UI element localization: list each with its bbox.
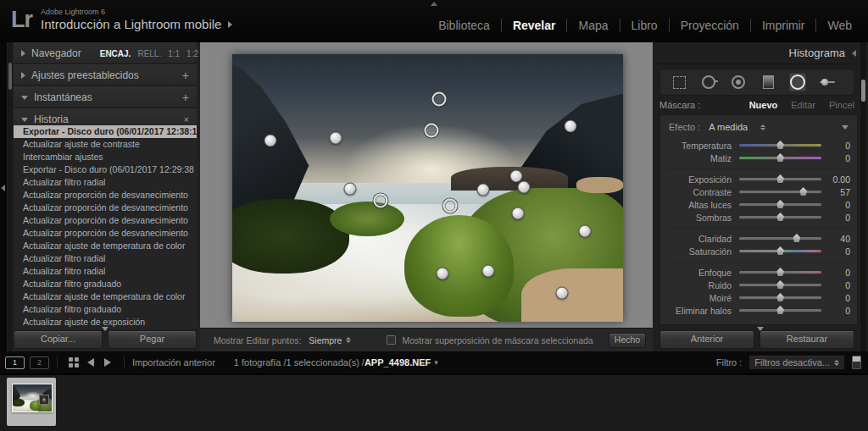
slider-track[interactable]	[739, 309, 821, 312]
slider-knob[interactable]	[776, 293, 784, 301]
adjustment-pin[interactable]	[556, 286, 569, 299]
scrollbar-thumb[interactable]	[8, 63, 12, 90]
history-item[interactable]: Actualizar proporción de desvanecimiento	[14, 214, 197, 227]
histogram-collapse-icon[interactable]	[852, 50, 856, 57]
grid-view-icon[interactable]	[69, 357, 79, 367]
zoom-option-12[interactable]: 1:2	[186, 49, 198, 58]
edit-points-updown-icon[interactable]	[346, 337, 351, 343]
presets-header[interactable]: Ajustes preestablecidos +	[14, 64, 197, 86]
mask-option-pincel[interactable]: Pincel	[829, 100, 854, 110]
add-preset-icon[interactable]: +	[182, 70, 189, 80]
adjustment-pin[interactable]	[264, 135, 277, 147]
adjustment-pin[interactable]	[344, 182, 357, 195]
next-photo-icon[interactable]	[104, 358, 111, 367]
adjustment-pin-active[interactable]	[374, 193, 388, 207]
adjustment-pin[interactable]	[330, 131, 342, 144]
slider-track[interactable]	[739, 157, 821, 159]
monitor-1-button[interactable]: 1	[5, 356, 25, 369]
filename[interactable]: APP_4498.NEF	[364, 357, 431, 367]
slider-track[interactable]	[739, 191, 821, 193]
module-biblioteca[interactable]: Biblioteca	[427, 19, 501, 32]
history-item[interactable]: Exportar - Disco duro (06/01/2017 12:38:…	[14, 125, 197, 138]
show-edit-points-value[interactable]: Siempre	[309, 335, 342, 345]
history-item[interactable]: Actualizar proporción de desvanecimiento	[14, 189, 197, 202]
spot-removal-tool[interactable]	[700, 73, 717, 91]
history-item[interactable]: Actualizar proporción de desvanecimiento	[14, 227, 197, 240]
slider-track[interactable]	[739, 250, 821, 252]
copy-button[interactable]: Copiar...	[14, 330, 103, 349]
slider-knob[interactable]	[776, 213, 784, 221]
filter-toggle-icon[interactable]	[852, 356, 861, 369]
slider-track[interactable]	[739, 178, 821, 180]
adjustment-pin[interactable]	[437, 268, 449, 280]
slider-knob[interactable]	[776, 306, 784, 314]
slider-track[interactable]	[739, 144, 821, 146]
slider-knob[interactable]	[776, 153, 784, 162]
history-item[interactable]: Actualizar filtro radial	[14, 176, 197, 189]
slider-track[interactable]	[739, 216, 821, 218]
right-panel-scrollbar[interactable]	[860, 42, 866, 351]
slider-knob[interactable]	[776, 246, 784, 255]
slider-knob[interactable]	[776, 174, 784, 183]
history-item[interactable]: Actualizar ajuste de temperatura de colo…	[14, 240, 197, 252]
filmstrip-thumbnail[interactable]: ±	[12, 384, 53, 412]
module-libro[interactable]: Libro	[620, 19, 669, 32]
add-snapshot-icon[interactable]: +	[182, 92, 189, 102]
effect-disclosure-icon[interactable]	[842, 125, 849, 130]
history-item[interactable]: Actualizar filtro radial	[14, 252, 197, 265]
adjustment-brush-tool[interactable]	[819, 73, 836, 91]
adjustment-pin-active[interactable]	[431, 92, 446, 107]
effect-value[interactable]: A medida	[709, 122, 748, 132]
filmstrip-cell-selected[interactable]: ±	[7, 378, 56, 426]
crop-tool[interactable]	[670, 73, 687, 91]
radial-filter-tool[interactable]	[789, 73, 806, 91]
mask-option-nuevo[interactable]: Nuevo	[749, 100, 778, 110]
top-panel-collapse-icon[interactable]	[431, 2, 437, 6]
history-item[interactable]: Actualizar filtro radial	[14, 265, 197, 278]
previous-button[interactable]: Anterior	[659, 330, 754, 349]
redeye-tool[interactable]	[730, 73, 747, 91]
adjustment-pin[interactable]	[517, 181, 530, 194]
navigator-header[interactable]: Navegador ENCAJ.RELL.1:11:2	[14, 42, 197, 64]
zoom-option-rell[interactable]: RELL.	[137, 49, 161, 58]
adjustment-pin-active[interactable]	[442, 198, 457, 213]
identity-plate[interactable]: Introducción a Lightroom mobile	[41, 17, 232, 31]
filename-caret-icon[interactable]: ▾	[434, 358, 438, 367]
slider-knob[interactable]	[799, 187, 807, 196]
mask-overlay-checkbox[interactable]	[387, 335, 396, 345]
identity-plate-arrow-icon[interactable]	[228, 21, 232, 28]
slider-knob[interactable]	[776, 200, 784, 208]
adjustment-pin[interactable]	[481, 264, 494, 277]
module-imprimir[interactable]: Imprimir	[750, 19, 816, 32]
scrollbar-thumb[interactable]	[861, 80, 865, 102]
filter-dropdown[interactable]: Filtros desactiva...	[748, 355, 845, 370]
history-item[interactable]: Actualizar filtro graduado	[14, 278, 197, 290]
mask-option-editar[interactable]: Editar	[791, 100, 815, 110]
adjustment-pin[interactable]	[578, 224, 591, 237]
snapshots-header[interactable]: Instantáneas +	[14, 86, 197, 108]
module-mapa[interactable]: Mapa	[566, 19, 619, 32]
slider-track[interactable]	[739, 284, 821, 286]
adjustment-pin[interactable]	[476, 183, 489, 196]
history-item[interactable]: Actualizar proporción de desvanecimiento	[14, 202, 197, 214]
done-button[interactable]: Hecho	[609, 333, 646, 348]
slider-knob[interactable]	[776, 280, 784, 289]
slider-knob[interactable]	[776, 141, 784, 149]
photo-canvas[interactable]	[232, 54, 623, 322]
zoom-option-encaj[interactable]: ENCAJ.	[100, 49, 131, 58]
history-item[interactable]: Intercambiar ajustes	[14, 151, 197, 163]
history-item[interactable]: Actualizar ajuste de contraste	[14, 138, 197, 151]
slider-knob[interactable]	[793, 234, 800, 242]
zoom-option-11[interactable]: 1:1	[168, 49, 180, 58]
paste-button[interactable]: Pegar	[108, 330, 197, 349]
history-item[interactable]: Actualizar filtro graduado	[14, 303, 197, 316]
adjustment-pin[interactable]	[565, 120, 577, 133]
module-proyección[interactable]: Proyección	[669, 19, 750, 32]
import-source-label[interactable]: Importación anterior	[132, 357, 215, 367]
left-panel-scrollbar[interactable]	[8, 42, 13, 351]
monitor-2-button[interactable]: 2	[30, 356, 49, 369]
clear-history-icon[interactable]: ×	[184, 114, 189, 124]
slider-knob[interactable]	[776, 268, 784, 276]
adjustment-pin-active[interactable]	[425, 124, 439, 138]
effect-updown-icon[interactable]	[760, 124, 765, 130]
